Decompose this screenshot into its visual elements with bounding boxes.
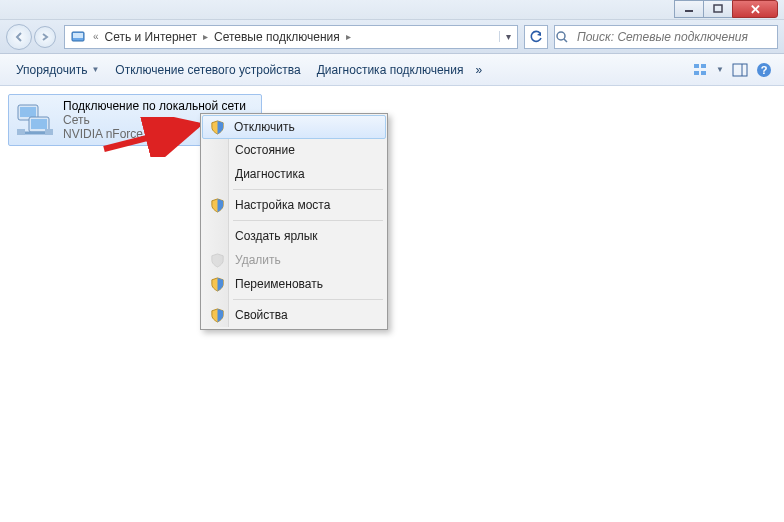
ctx-properties-label: Свойства: [235, 308, 288, 322]
toolbar-more-chevron[interactable]: »: [475, 63, 482, 77]
breadcrumb-seg-connections[interactable]: Сетевые подключения: [210, 30, 344, 44]
preview-pane-button[interactable]: [728, 59, 752, 81]
svg-rect-1: [714, 5, 722, 12]
context-menu: Отключить Состояние Диагностика Настройк…: [200, 113, 388, 330]
chevron-right-icon: «: [91, 31, 101, 42]
network-adapter-icon: [15, 99, 55, 141]
shield-icon: [209, 307, 225, 323]
search-icon: [555, 30, 577, 44]
chevron-down-icon: ▼: [91, 65, 99, 74]
chevron-right-icon[interactable]: ▸: [201, 31, 210, 42]
refresh-button[interactable]: [524, 25, 548, 49]
maximize-button[interactable]: [703, 0, 733, 18]
connection-title: Подключение по локальной сети: [63, 99, 246, 113]
ctx-delete: Удалить: [203, 248, 385, 272]
disable-device-button[interactable]: Отключение сетевого устройства: [107, 60, 308, 80]
content-area: Подключение по локальной сети Сеть NVIDI…: [0, 86, 784, 522]
window-titlebar: ✕: [0, 0, 784, 20]
help-button[interactable]: ?: [752, 59, 776, 81]
diagnose-button[interactable]: Диагностика подключения: [309, 60, 472, 80]
address-bar[interactable]: « Сеть и Интернет ▸ Сетевые подключения …: [64, 25, 518, 49]
svg-point-4: [557, 32, 565, 40]
svg-line-5: [564, 39, 567, 42]
close-button[interactable]: ✕: [732, 0, 778, 18]
svg-rect-15: [20, 107, 36, 117]
ctx-status-label: Состояние: [235, 143, 295, 157]
separator: [233, 220, 383, 221]
view-mode-dropdown[interactable]: ▼: [713, 59, 727, 81]
shield-icon: [209, 252, 225, 268]
control-panel-icon: [69, 28, 87, 46]
ctx-disable[interactable]: Отключить: [202, 115, 386, 139]
diagnose-label: Диагностика подключения: [317, 63, 464, 77]
disable-device-label: Отключение сетевого устройства: [115, 63, 300, 77]
ctx-bridge[interactable]: Настройка моста: [203, 193, 385, 217]
minimize-button[interactable]: [674, 0, 704, 18]
command-toolbar: Упорядочить ▼ Отключение сетевого устрой…: [0, 54, 784, 86]
svg-rect-17: [31, 119, 47, 129]
shield-icon: [209, 276, 225, 292]
separator: [233, 299, 383, 300]
ctx-create-shortcut[interactable]: Создать ярлык: [203, 224, 385, 248]
organize-menu[interactable]: Упорядочить ▼: [8, 60, 107, 80]
ctx-status[interactable]: Состояние: [203, 138, 385, 162]
ctx-diagnose-label: Диагностика: [235, 167, 305, 181]
svg-text:?: ?: [761, 64, 768, 76]
breadcrumb-seg-network[interactable]: Сеть и Интернет: [101, 30, 201, 44]
separator: [233, 189, 383, 190]
ctx-rename-label: Переименовать: [235, 277, 323, 291]
svg-rect-19: [45, 129, 53, 135]
svg-rect-3: [73, 33, 83, 38]
svg-rect-7: [701, 64, 706, 68]
ctx-disable-label: Отключить: [234, 120, 295, 134]
svg-rect-8: [694, 71, 699, 75]
back-button[interactable]: [6, 24, 32, 50]
ctx-properties[interactable]: Свойства: [203, 303, 385, 327]
shield-icon: [209, 197, 225, 213]
organize-label: Упорядочить: [16, 63, 87, 77]
svg-rect-6: [694, 64, 699, 68]
view-mode-button[interactable]: [689, 59, 713, 81]
ctx-diagnose[interactable]: Диагностика: [203, 162, 385, 186]
ctx-create-shortcut-label: Создать ярлык: [235, 229, 318, 243]
svg-rect-10: [733, 64, 747, 76]
address-bar-row: « Сеть и Интернет ▸ Сетевые подключения …: [0, 20, 784, 54]
svg-rect-18: [17, 129, 25, 135]
shield-icon: [209, 119, 225, 135]
forward-button[interactable]: [34, 26, 56, 48]
search-input[interactable]: [577, 30, 777, 44]
ctx-rename[interactable]: Переименовать: [203, 272, 385, 296]
search-box[interactable]: [554, 25, 778, 49]
ctx-delete-label: Удалить: [235, 253, 281, 267]
svg-rect-9: [701, 71, 706, 75]
address-dropdown-button[interactable]: ▾: [499, 31, 517, 42]
chevron-right-icon[interactable]: ▸: [344, 31, 353, 42]
ctx-bridge-label: Настройка моста: [235, 198, 330, 212]
